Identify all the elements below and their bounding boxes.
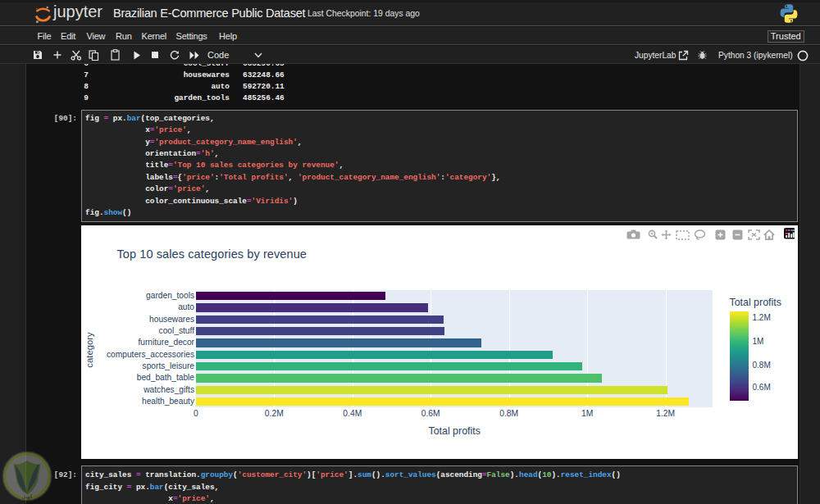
svg-text:كهيل: كهيل [22, 493, 34, 500]
